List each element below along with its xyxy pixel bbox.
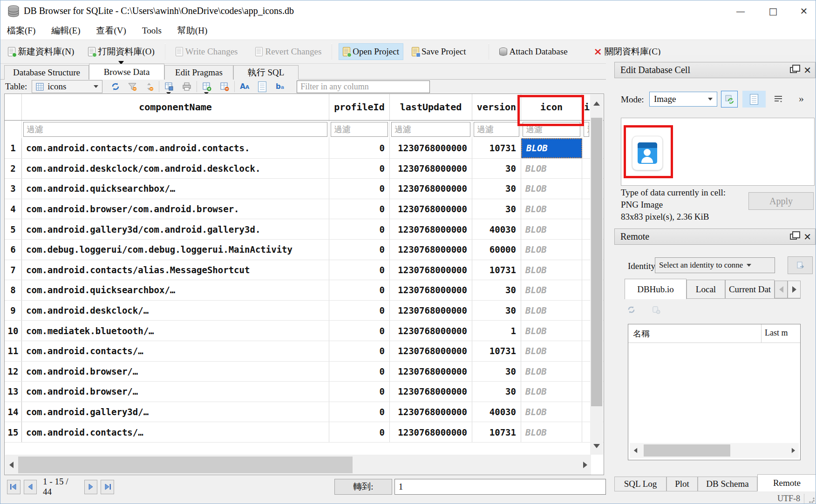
cell-componentName[interactable]: com.mediatek.bluetooth/… — [22, 321, 329, 341]
cell-lastUpdated[interactable]: 1230768000000 — [390, 341, 472, 361]
float-panel-icon[interactable] — [790, 234, 797, 240]
cell-version[interactable]: 10731 — [472, 422, 521, 442]
table-row[interactable]: 6 com.debug.loggerui/com.debug.loggerui.… — [5, 240, 604, 260]
cell-profileId[interactable]: 0 — [329, 138, 390, 158]
dock-tab-db-schema[interactable]: DB Schema — [698, 477, 757, 491]
cell-profileId[interactable]: 0 — [329, 402, 390, 422]
cell-lastUpdated[interactable]: 1230768000000 — [390, 280, 472, 300]
remote-tab-local[interactable]: Local — [687, 280, 725, 298]
refresh-button[interactable] — [110, 81, 121, 92]
cell-icon[interactable]: BLOB — [521, 240, 582, 260]
tab-execute-sql[interactable]: 執行 SQL — [233, 65, 299, 80]
next-page-button[interactable] — [84, 480, 98, 494]
cell-version[interactable]: 10731 — [472, 341, 521, 361]
cell-version[interactable]: 10731 — [472, 138, 521, 158]
cell-profileId[interactable]: 0 — [329, 362, 390, 382]
remote-horizontal-scrollbar[interactable] — [630, 443, 799, 458]
cell-icon[interactable]: BLOB — [521, 219, 582, 239]
first-page-button[interactable] — [7, 480, 20, 494]
menu-file[interactable]: 檔案(F) — [7, 25, 35, 37]
attach-database-button[interactable]: Attach Database — [496, 44, 571, 60]
goto-input[interactable] — [394, 479, 606, 495]
cell-lastUpdated[interactable]: 1230768000000 — [390, 402, 472, 422]
cell-lastUpdated[interactable]: 1230768000000 — [390, 382, 472, 402]
mode-select[interactable]: Image — [649, 92, 717, 107]
write-changes-button[interactable]: Write Changes — [172, 44, 242, 60]
filter-profileId[interactable]: 過濾 — [329, 121, 390, 138]
remote-scrollbar-thumb[interactable] — [644, 444, 730, 457]
global-filter-input[interactable] — [297, 81, 430, 93]
cell-lastUpdated[interactable]: 1230768000000 — [390, 179, 472, 199]
close-panel-icon[interactable]: ✕ — [803, 67, 811, 74]
scroll-left-button[interactable] — [5, 455, 17, 475]
cell-icon[interactable]: BLOB — [521, 422, 582, 442]
cell-icon[interactable]: BLOB — [521, 402, 582, 422]
cell-version[interactable]: 30 — [472, 179, 521, 199]
cell-componentName[interactable]: com.android.deskclock/… — [22, 301, 329, 321]
table-row[interactable]: 2 com.android.deskclock/com.android.desk… — [5, 159, 604, 179]
maximize-button[interactable]: □ — [762, 0, 784, 22]
cell-icon[interactable]: BLOB — [521, 382, 582, 402]
goto-button[interactable]: 轉到: — [334, 479, 392, 495]
text-mode-button[interactable] — [742, 91, 766, 108]
table-row[interactable]: 13 com.android.browser/… 0 1230768000000… — [5, 382, 604, 402]
clear-sort-button[interactable] — [143, 81, 155, 92]
word-wrap-button[interactable] — [770, 91, 787, 108]
cell-lastUpdated[interactable]: 1230768000000 — [390, 159, 472, 179]
cell-lastUpdated[interactable]: 1230768000000 — [390, 219, 472, 239]
cell-icon[interactable]: BLOB — [521, 362, 582, 382]
revert-changes-button[interactable]: Revert Changes — [252, 44, 325, 60]
encoding-indicator[interactable]: UTF-8 — [777, 494, 804, 504]
cell-lastUpdated[interactable]: 1230768000000 — [390, 260, 472, 280]
cell-version[interactable]: 40030 — [472, 219, 521, 239]
cell-profileId[interactable]: 0 — [329, 199, 390, 219]
format-document-button[interactable] — [257, 81, 268, 92]
cell-profileId[interactable]: 0 — [329, 280, 390, 300]
table-row[interactable]: 5 com.android.gallery3d/com.android.gall… — [5, 219, 604, 240]
cell-version[interactable]: 40030 — [472, 402, 521, 422]
table-row[interactable]: 9 com.android.deskclock/… 0 123076800000… — [5, 301, 604, 321]
cell-profileId[interactable]: 0 — [329, 159, 390, 179]
cell-profileId[interactable]: 0 — [329, 179, 390, 199]
cell-profileId[interactable]: 0 — [329, 321, 390, 341]
table-row[interactable]: 10 com.mediatek.bluetooth/… 0 1230768000… — [5, 321, 604, 341]
cell-lastUpdated[interactable]: 1230768000000 — [390, 301, 472, 321]
scroll-right-button[interactable] — [788, 443, 799, 458]
minimize-button[interactable]: — — [730, 0, 751, 22]
filter-version[interactable]: 過濾 — [472, 121, 521, 138]
cell-profileId[interactable]: 0 — [329, 301, 390, 321]
dock-tab-sql-log[interactable]: SQL Log — [614, 477, 666, 491]
apply-button[interactable]: Apply — [748, 192, 814, 210]
cell-profileId[interactable]: 0 — [329, 422, 390, 442]
identity-select[interactable]: Select an identity to conne — [655, 257, 775, 273]
remote-refresh-button[interactable] — [627, 305, 636, 316]
column-header-lastUpdated[interactable]: lastUpdated — [390, 94, 472, 120]
cell-lastUpdated[interactable]: 1230768000000 — [390, 422, 472, 442]
table-row[interactable]: 15 com.android.contacts/… 0 123076800000… — [5, 422, 604, 443]
new-database-button[interactable]: 新建資料庫(N) — [4, 43, 78, 60]
tab-database-structure[interactable]: Database Structure — [4, 65, 89, 80]
cell-lastUpdated[interactable]: 1230768000000 — [390, 138, 472, 158]
cell-version[interactable]: 30 — [472, 199, 521, 219]
cell-componentName[interactable]: com.android.contacts/… — [22, 422, 329, 442]
last-page-button[interactable] — [101, 480, 114, 494]
tab-edit-pragmas[interactable]: Edit Pragmas — [164, 65, 233, 80]
save-project-button[interactable]: Save Project — [408, 44, 470, 60]
scroll-left-button[interactable] — [630, 443, 641, 458]
float-panel-icon[interactable] — [790, 67, 797, 73]
cell-icon[interactable]: BLOB — [521, 179, 582, 199]
cell-lastUpdated[interactable]: 1230768000000 — [390, 240, 472, 260]
cell-componentName[interactable]: com.android.gallery3d/… — [22, 402, 329, 422]
delete-record-button[interactable] — [219, 81, 230, 92]
edit-format-button[interactable]: ba — [274, 81, 286, 92]
remote-clone-button[interactable] — [652, 305, 660, 316]
column-header-version[interactable]: version — [472, 94, 521, 120]
cell-componentName[interactable]: com.android.deskclock/com.android.deskcl… — [22, 159, 329, 179]
cell-version[interactable]: 60000 — [472, 240, 521, 260]
table-select[interactable]: icons — [32, 80, 102, 93]
print-button[interactable] — [181, 81, 192, 92]
menu-help[interactable]: 幫助(H) — [177, 25, 207, 37]
menu-view[interactable]: 查看(V) — [96, 25, 126, 37]
prev-page-button[interactable] — [24, 480, 37, 494]
table-row[interactable]: 7 com.android.contacts/alias.MessageShor… — [5, 260, 604, 281]
